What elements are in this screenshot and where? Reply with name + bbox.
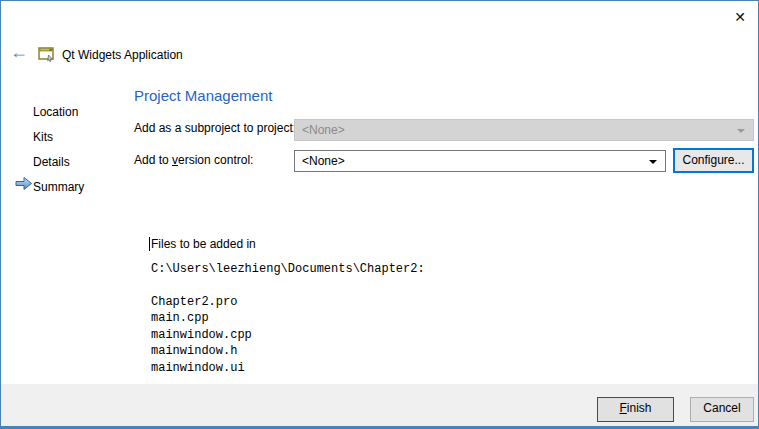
chevron-down-icon	[737, 129, 745, 133]
version-control-value: <None>	[302, 154, 345, 168]
sidebar-item-summary: Summary	[33, 180, 84, 194]
finish-button[interactable]: Finish	[597, 397, 674, 422]
subproject-label: Add as a subproject to project:	[134, 121, 296, 135]
subproject-value: <None>	[302, 123, 345, 137]
file-list-item: mainwindow.h	[151, 343, 252, 359]
back-icon[interactable]: ←	[10, 43, 28, 61]
page-title: Project Management	[134, 87, 272, 104]
file-list-item: mainwindow.cpp	[151, 327, 252, 343]
close-icon[interactable]: ✕	[730, 7, 750, 27]
version-control-label: Add to version control:	[134, 153, 253, 167]
project-path-text: C:\Users\leezhieng\Documents\Chapter2:	[151, 262, 425, 276]
subproject-combobox: <None>	[294, 119, 754, 141]
wizard-title: Qt Widgets Application	[62, 48, 183, 62]
file-list-item: Chapter2.pro	[151, 294, 252, 310]
cancel-button[interactable]: Cancel	[690, 397, 754, 422]
sidebar-item-kits: Kits	[33, 130, 53, 144]
text-caret	[149, 237, 150, 251]
sidebar-item-details: Details	[33, 155, 70, 169]
wizard-dialog: ✕ ← Qt Widgets Application Location Kits…	[0, 0, 759, 429]
sidebar-item-location: Location	[33, 105, 78, 119]
configure-button[interactable]: Configure...	[673, 148, 754, 173]
chevron-down-icon	[649, 160, 657, 164]
file-list: Chapter2.pro main.cpp mainwindow.cpp mai…	[151, 294, 252, 376]
file-list-item: main.cpp	[151, 310, 252, 326]
file-list-item: mainwindow.ui	[151, 360, 252, 376]
files-intro-text: Files to be added in	[151, 237, 256, 251]
current-step-arrow-icon	[14, 176, 34, 191]
version-control-combobox[interactable]: <None>	[294, 150, 666, 172]
qt-widgets-application-icon	[38, 46, 55, 63]
